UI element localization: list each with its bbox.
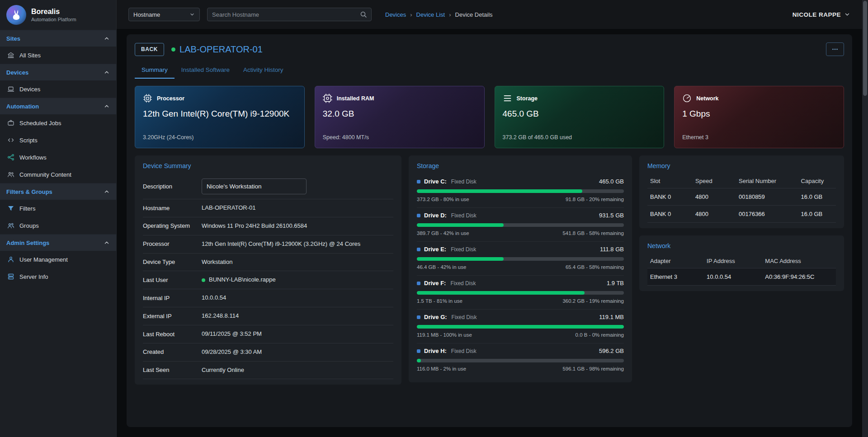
- search-input[interactable]: [207, 8, 372, 21]
- column-header: Speed: [693, 174, 736, 188]
- drive-used: 116.0 MB - 2% in use: [417, 366, 466, 371]
- device-header: BACK LAB-OPERATOR-01: [135, 42, 844, 56]
- app-root: Borealis Automation Platform Sites All S…: [0, 0, 868, 437]
- summary-row-last-seen: Last Seen Currently Online: [143, 362, 393, 380]
- row-label: Created: [143, 348, 202, 356]
- scripts-icon: [7, 136, 14, 144]
- sidebar: Borealis Automation Platform Sites All S…: [0, 0, 117, 437]
- sidebar-section-filters-groups[interactable]: Filters & Groups: [0, 183, 116, 200]
- sidebar-nav: Sites All Sites Devices Devices Automati…: [0, 30, 116, 285]
- breadcrumb-separator: [449, 11, 451, 18]
- panel-title: Memory: [647, 162, 836, 169]
- section-label: Automation: [6, 103, 39, 110]
- hostname-filter-select[interactable]: Hostname: [128, 8, 200, 21]
- panel-title: Storage: [417, 162, 624, 169]
- user-menu[interactable]: NICOLE RAPPE: [793, 11, 850, 18]
- breadcrumb-current: Device Details: [455, 11, 493, 18]
- drive-usage-bar: [417, 359, 624, 362]
- drive-row-d: Drive D: Fixed Disk 931.5 GB 389.7 GB - …: [417, 208, 624, 242]
- sidebar-item-devices[interactable]: Devices: [0, 80, 116, 98]
- memory-row: BANK 0 4800 00180859 16.0 GB: [647, 188, 836, 206]
- drive-type: Fixed Disk: [452, 314, 477, 320]
- network-gauge-icon: [682, 94, 692, 103]
- sidebar-section-automation[interactable]: Automation: [0, 98, 116, 114]
- drive-free: 360.2 GB - 19% remaining: [562, 298, 624, 304]
- sidebar-item-community-content[interactable]: Community Content: [0, 166, 116, 183]
- section-label: Filters & Groups: [6, 188, 52, 195]
- tab-installed-software[interactable]: Installed Software: [175, 62, 236, 79]
- tab-activity-history[interactable]: Activity History: [236, 62, 290, 79]
- network-header-row: Adapter IP Address MAC Address: [647, 254, 836, 268]
- memory-serial: 00176366: [736, 206, 798, 223]
- sidebar-item-filters[interactable]: Filters: [0, 200, 116, 217]
- row-value: 09/28/2025 @ 3:30 AM: [202, 348, 262, 357]
- row-label: Processor: [143, 240, 202, 248]
- row-value: BUNNY-LAB\nicole.rappe: [202, 276, 276, 284]
- sidebar-item-server-info[interactable]: Server Info: [0, 268, 116, 285]
- sidebar-item-workflows[interactable]: Workflows: [0, 149, 116, 166]
- user-name: NICOLE RAPPE: [793, 11, 841, 18]
- nav-item-label: Scheduled Jobs: [19, 120, 61, 127]
- summary-row-os: Operating System Windows 11 Pro 24H2 Bui…: [143, 217, 393, 235]
- drive-icon: [417, 282, 420, 285]
- tab-summary[interactable]: Summary: [135, 62, 175, 79]
- sidebar-section-devices[interactable]: Devices: [0, 64, 116, 80]
- memory-header-row: Slot Speed Serial Number Capacity: [647, 174, 836, 188]
- drive-usage-fill: [417, 223, 504, 227]
- description-input[interactable]: [202, 179, 307, 194]
- memory-capacity: 16.0 GB: [798, 206, 836, 223]
- sidebar-item-user-management[interactable]: User Management: [0, 251, 116, 268]
- drive-usage-fill: [417, 359, 421, 362]
- ram-icon: [323, 94, 332, 103]
- drive-usage-fill: [417, 325, 624, 329]
- row-label: External IP: [143, 312, 202, 320]
- chevron-down-icon: [189, 12, 195, 17]
- content-area: BACK LAB-OPERATOR-01 Summary Installed S…: [117, 29, 862, 437]
- rabbit-icon: [10, 9, 23, 21]
- sidebar-item-all-sites[interactable]: All Sites: [0, 47, 116, 64]
- sidebar-item-scheduled-jobs[interactable]: Scheduled Jobs: [0, 114, 116, 132]
- chevron-down-icon: [844, 11, 850, 18]
- row-value: Windows 11 Pro 24H2 Build 26100.6584: [202, 222, 307, 230]
- sidebar-section-sites[interactable]: Sites: [0, 30, 116, 47]
- page-scrollbar[interactable]: [862, 0, 868, 437]
- scrollbar-thumb[interactable]: [863, 1, 867, 96]
- drive-icon: [417, 180, 420, 183]
- sidebar-section-admin-settings[interactable]: Admin Settings: [0, 234, 116, 251]
- drive-used: 46.4 GB - 42% in use: [417, 264, 466, 270]
- drive-usage-fill: [417, 291, 585, 295]
- search-icon[interactable]: [360, 11, 367, 18]
- chevron-up-icon: [104, 240, 110, 246]
- online-status-dot: [171, 47, 175, 52]
- sidebar-item-scripts[interactable]: Scripts: [0, 132, 116, 149]
- drive-usage-bar: [417, 325, 624, 329]
- breadcrumb-device-list[interactable]: Device List: [416, 11, 445, 18]
- drive-size: 111.8 GB: [600, 246, 624, 253]
- chevron-up-icon: [104, 69, 110, 75]
- drive-row-c: Drive C: Fixed Disk 465.0 GB 373.2 GB - …: [417, 174, 624, 208]
- nav-item-label: Workflows: [19, 154, 47, 161]
- nav-item-label: Devices: [19, 86, 40, 93]
- memory-slot: BANK 0: [647, 188, 693, 206]
- sidebar-item-groups[interactable]: Groups: [0, 217, 116, 234]
- card-label: Installed RAM: [337, 95, 374, 102]
- drive-used: 389.7 GB - 42% in use: [417, 230, 469, 236]
- drive-type: Fixed Disk: [451, 212, 476, 219]
- summary-row-last-reboot: Last Reboot 09/11/2025 @ 3:52 PM: [143, 325, 393, 343]
- drive-free: 91.8 GB - 20% remaining: [566, 197, 624, 202]
- memory-row: BANK 0 4800 00176366 16.0 GB: [647, 206, 836, 223]
- network-card: Network 1 Gbps Ethernet 3: [674, 86, 844, 148]
- storage-icon: [503, 94, 512, 103]
- network-table: Adapter IP Address MAC Address Ethernet …: [647, 254, 836, 286]
- row-label: Device Type: [143, 258, 202, 266]
- drive-name: Drive D:: [424, 212, 447, 219]
- row-value: Currently Online: [202, 366, 244, 375]
- drive-usage-bar: [417, 257, 624, 261]
- more-actions-button[interactable]: [826, 42, 844, 56]
- back-button[interactable]: BACK: [135, 43, 164, 56]
- drive-usage-bar: [417, 223, 624, 227]
- row-value: LAB-OPERATOR-01: [202, 204, 255, 212]
- breadcrumb-devices[interactable]: Devices: [385, 11, 406, 18]
- card-footer: Ethernet 3: [682, 134, 836, 141]
- community-icon: [7, 171, 14, 178]
